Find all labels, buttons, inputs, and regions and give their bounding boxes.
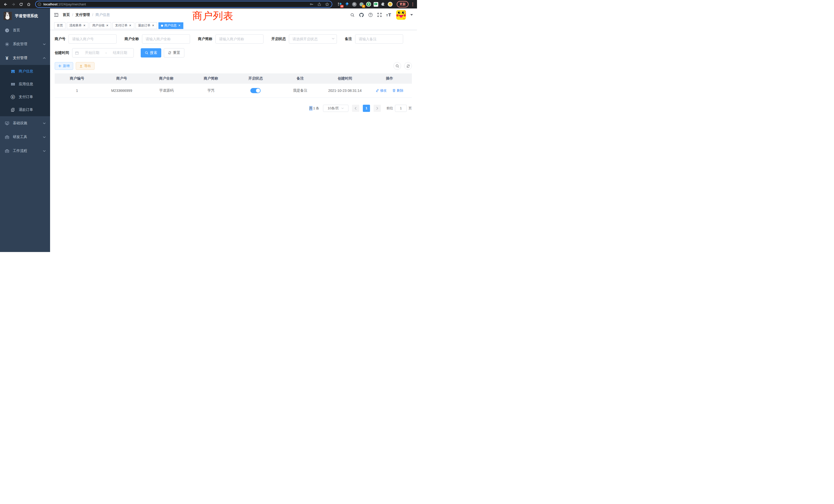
status-extension-icon[interactable]: 1 (359, 2, 364, 7)
sidebar-item-dev-tools[interactable]: 研发工具 (0, 130, 50, 144)
page-content: 商户号 商户全称 商户简称 开启状态 (50, 30, 417, 252)
goto-page-input[interactable] (395, 105, 407, 112)
cell-remark: 我是备注 (278, 84, 323, 97)
merchant-no-input[interactable] (69, 35, 116, 44)
date-separator: - (106, 51, 107, 55)
filter-row-2: 创建时间 开始日期 - 结束日期 搜索 重置 (55, 48, 412, 58)
sidebar-item-payment[interactable]: ¥ 支付管理 (0, 51, 50, 65)
export-button[interactable]: 导出 (76, 62, 94, 70)
sidebar-item-app-info[interactable]: 应用信息 (0, 78, 50, 91)
share-icon[interactable] (316, 2, 322, 6)
total-count: 1 (313, 106, 315, 110)
tab-user-group[interactable]: 用户分组✕ (90, 22, 111, 29)
browser-reload-icon[interactable] (18, 1, 24, 8)
sidebar-item-label: 支付订单 (19, 95, 33, 99)
emoji-avatar (388, 2, 393, 7)
search-button[interactable]: 搜索 (141, 48, 161, 58)
prev-page-button[interactable] (352, 105, 359, 112)
tab-refund-order[interactable]: 退款订单✕ (136, 22, 157, 29)
short-name-input[interactable] (215, 35, 263, 44)
status-select-input[interactable] (289, 35, 337, 44)
close-icon[interactable]: ✕ (178, 24, 181, 27)
active-dot (161, 25, 163, 27)
avatar-caret-icon[interactable] (410, 14, 413, 16)
bookmark-star-icon[interactable] (324, 2, 330, 6)
help-icon[interactable] (368, 13, 373, 17)
edit-link[interactable]: 修改 (376, 88, 387, 93)
delete-link[interactable]: 删除 (392, 88, 403, 93)
close-icon[interactable]: ✕ (106, 24, 109, 27)
refresh-table-button[interactable] (404, 62, 412, 70)
tab-home[interactable]: 首页 (54, 22, 65, 29)
sidebar-item-label: 系统管理 (13, 42, 27, 46)
sidebar-item-merchant[interactable]: 商户信息 (0, 65, 50, 78)
url-text[interactable]: localhost:1024/pay/merchant (43, 3, 307, 6)
full-name-input[interactable] (142, 35, 190, 44)
tabs-extension-icon[interactable]: 10 (337, 2, 342, 7)
fullscreen-icon[interactable] (377, 13, 382, 17)
profile-emoji-icon[interactable] (388, 2, 393, 7)
monitor-icon (4, 121, 9, 125)
kite-extension-icon[interactable] (345, 2, 349, 7)
remark-input[interactable] (355, 35, 403, 44)
date-range-picker[interactable]: 开始日期 - 结束日期 (72, 48, 134, 58)
status-toggle[interactable] (250, 88, 261, 93)
goto-prefix: 前往 (387, 106, 393, 111)
page-size-select[interactable]: 10条/页 (323, 105, 348, 112)
close-icon[interactable]: ✕ (83, 24, 86, 27)
sidebar-item-label: 工作流程 (13, 148, 27, 153)
site-info-icon[interactable] (37, 2, 42, 7)
total-suffix: 条 (316, 106, 319, 111)
user-avatar[interactable] (396, 10, 406, 20)
url-path: :1024/pay/merchant (58, 3, 86, 6)
next-page-button[interactable] (374, 105, 381, 112)
github-icon[interactable] (359, 13, 364, 18)
payment-submenu: 商户信息 应用信息 ¥ 支付订单 退款订单 (0, 65, 50, 116)
sidebar-item-label: 研发工具 (13, 135, 27, 139)
address-bar[interactable]: localhost:1024/pay/merchant (35, 1, 332, 8)
page-number-button[interactable]: 1 (363, 105, 370, 112)
sidebar-item-home[interactable]: 首页 (0, 23, 50, 37)
puzzle-extensions-icon[interactable] (380, 2, 386, 7)
add-button-label: 新增 (63, 64, 70, 68)
chrome-update-button[interactable]: 更新 (397, 1, 409, 7)
sidebar-item-infra[interactable]: 基础设施 (0, 116, 50, 130)
red-annotation-text: 商户列表 (192, 9, 234, 23)
sidebar-logo[interactable]: 芋道管理系统 (0, 8, 50, 23)
sidebar-item-system[interactable]: 系统管理 (0, 37, 50, 51)
chat-extension-icon[interactable] (373, 2, 378, 7)
shop-icon (10, 69, 16, 74)
show-search-icon-button[interactable] (393, 62, 401, 70)
field-label: 开启状态 (271, 37, 286, 41)
briefcase-icon (4, 149, 9, 153)
sidebar-item-refund-order[interactable]: 退款订单 (0, 104, 50, 116)
search-button-label: 搜索 (150, 50, 157, 55)
close-icon[interactable]: ✕ (152, 24, 155, 27)
tab-merchant-info[interactable]: 商户信息✕ (158, 22, 183, 29)
sidebar-item-workflow[interactable]: 工作流程 (0, 144, 50, 158)
tab-label: 支付订单 (115, 23, 127, 28)
reset-button[interactable]: 重置 (164, 48, 184, 58)
tab-process-form[interactable]: 流程表单✕ (67, 22, 88, 29)
total-prefix: 共 (309, 106, 312, 111)
sidebar-item-pay-order[interactable]: ¥ 支付订单 (0, 91, 50, 104)
breadcrumb-home[interactable]: 首页 (63, 13, 70, 17)
password-key-icon[interactable] (309, 2, 314, 6)
breadcrumb-payment[interactable]: 支付管理 (75, 13, 90, 17)
font-size-icon[interactable]: TT (386, 13, 392, 17)
navbar: 首页 / 支付管理 / 商户信息 T (50, 8, 417, 21)
tab-label: 用户分组 (92, 23, 105, 28)
sidebar-fold-icon[interactable] (54, 13, 59, 17)
status-select[interactable] (289, 35, 337, 44)
browser-home-icon[interactable] (25, 1, 32, 8)
y-extension-icon[interactable]: Y (366, 2, 371, 7)
command-extension-icon[interactable]: ⌘ (352, 2, 357, 7)
browser-forward-icon[interactable] (10, 1, 17, 8)
col-header-actions: 操作 (367, 73, 412, 84)
add-button[interactable]: 新增 (55, 62, 73, 70)
browser-back-icon[interactable] (2, 1, 9, 8)
browser-menu-icon[interactable] (411, 2, 415, 7)
tab-pay-order[interactable]: 支付订单✕ (112, 22, 134, 29)
close-icon[interactable]: ✕ (129, 24, 131, 27)
header-search-icon[interactable] (350, 13, 355, 17)
